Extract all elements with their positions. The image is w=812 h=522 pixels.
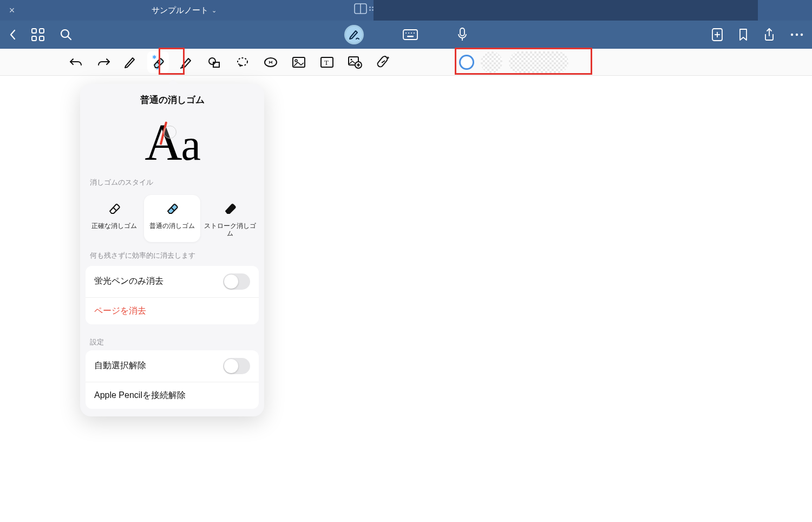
style-normal-eraser[interactable]: 普通の消しゴム xyxy=(144,195,200,242)
svg-point-17 xyxy=(801,34,803,36)
svg-point-22 xyxy=(238,58,247,66)
toggle-off[interactable] xyxy=(223,358,250,374)
grid-icon[interactable] xyxy=(31,28,44,41)
undo-button[interactable] xyxy=(65,51,87,73)
row-label: 蛍光ペンのみ消去 xyxy=(94,276,163,287)
svg-point-8 xyxy=(414,32,415,34)
text-tool[interactable]: T xyxy=(316,51,338,73)
preview-letter-low: a xyxy=(181,120,199,169)
style-label: 普通の消しゴム xyxy=(146,222,198,230)
image-tool[interactable] xyxy=(288,51,310,73)
pen-mode-button[interactable] xyxy=(344,25,364,44)
titlebar-dark-region xyxy=(374,0,758,21)
keyboard-icon[interactable] xyxy=(403,29,418,40)
row-clear-page[interactable]: ページを消去 xyxy=(86,297,259,324)
style-label: ストローク消しゴム xyxy=(204,222,256,238)
document-title-text: サンプルノート xyxy=(152,5,208,16)
canvas[interactable]: 普通の消しゴム Aa 消しゴムのスタイル 正確な消しゴム 普通の消しゴム ストロ… xyxy=(0,76,812,522)
svg-point-16 xyxy=(796,34,798,36)
svg-point-30 xyxy=(351,58,352,60)
style-precise-eraser[interactable]: 正確な消しゴム xyxy=(86,195,142,242)
svg-text:T: T xyxy=(324,58,329,67)
row-label: ページを消去 xyxy=(94,305,146,317)
highlighter-tool[interactable] xyxy=(175,51,197,73)
style-label: 正確な消しゴム xyxy=(88,222,140,230)
svg-rect-9 xyxy=(407,36,414,37)
style-section-label: 消しゴムのスタイル xyxy=(80,174,264,191)
preview-eraser-circle xyxy=(163,126,176,139)
eraser-tool[interactable]: ✱ xyxy=(147,51,169,73)
popover-title: 普通の消しゴム xyxy=(80,84,264,109)
sticker-tool[interactable] xyxy=(260,51,281,73)
eraser-popover: 普通の消しゴム Aa 消しゴムのスタイル 正確な消しゴム 普通の消しゴム ストロ… xyxy=(80,84,264,416)
style-stroke-eraser[interactable]: ストローク消しゴム xyxy=(202,195,258,242)
media-tool[interactable] xyxy=(344,51,366,73)
close-icon[interactable]: × xyxy=(6,5,17,16)
svg-rect-4 xyxy=(403,30,417,40)
svg-rect-10 xyxy=(460,28,464,36)
row-label: Apple Pencilを接続解除 xyxy=(94,390,186,401)
lasso-tool[interactable] xyxy=(232,51,253,73)
more-icon[interactable] xyxy=(790,33,803,36)
svg-point-26 xyxy=(295,60,297,62)
settings-section-label: 設定 xyxy=(80,334,264,350)
svg-point-5 xyxy=(405,32,407,34)
row-label: 自動選択解除 xyxy=(94,360,146,371)
toggle-off[interactable] xyxy=(223,273,250,290)
svg-point-15 xyxy=(791,34,793,36)
microphone-icon[interactable] xyxy=(457,28,468,42)
search-icon[interactable] xyxy=(60,28,73,41)
toolbar: ✱ T ✦ xyxy=(0,49,812,76)
link-tool[interactable]: ✦ xyxy=(372,51,394,73)
svg-point-20 xyxy=(209,58,215,64)
add-page-icon[interactable] xyxy=(711,28,723,42)
back-icon[interactable] xyxy=(9,29,16,41)
svg-text:✱: ✱ xyxy=(152,54,156,60)
redo-button[interactable] xyxy=(93,51,115,73)
chevron-down-icon: ⌄ xyxy=(212,7,217,14)
pen-tool[interactable] xyxy=(119,51,141,73)
split-view-icon[interactable] xyxy=(354,3,367,14)
svg-point-6 xyxy=(408,32,409,34)
eraser-size-group xyxy=(459,51,568,73)
row-disconnect-apple-pencil[interactable]: Apple Pencilを接続解除 xyxy=(86,382,259,409)
eraser-size-small[interactable] xyxy=(459,55,474,70)
document-title[interactable]: サンプルノート ⌄ xyxy=(152,0,217,21)
style-description: 何も残さずに効率的に消去します xyxy=(80,251,264,266)
row-auto-deselect[interactable]: 自動選択解除 xyxy=(86,350,259,382)
navbar xyxy=(0,21,812,49)
row-erase-highlighter-only[interactable]: 蛍光ペンのみ消去 xyxy=(86,266,259,297)
bookmark-icon[interactable] xyxy=(738,28,748,41)
preview-letter-cap: A xyxy=(145,113,181,171)
svg-rect-21 xyxy=(213,62,219,67)
shape-tool[interactable] xyxy=(204,51,225,73)
svg-point-23 xyxy=(239,64,241,67)
eraser-size-large[interactable] xyxy=(509,51,568,73)
svg-point-7 xyxy=(411,32,412,34)
eraser-preview: Aa xyxy=(80,109,264,174)
svg-text:✦: ✦ xyxy=(386,55,390,61)
svg-line-3 xyxy=(68,36,71,40)
titlebar: × サンプルノート ⌄ xyxy=(0,0,812,21)
share-icon[interactable] xyxy=(763,28,775,42)
eraser-size-medium[interactable] xyxy=(481,51,502,73)
